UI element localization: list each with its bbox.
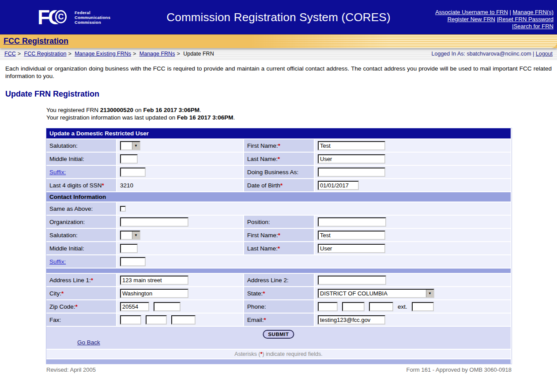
contact-middle-initial-label: Middle Initial: — [46, 242, 116, 254]
fcc-registration-link[interactable]: FCC Registration — [4, 37, 68, 46]
address2-label: Address Line 2: — [244, 274, 314, 286]
contact-middle-initial-input[interactable] — [120, 244, 138, 253]
suffix-input[interactable] — [120, 168, 146, 177]
phone-label: Phone: — [244, 300, 314, 313]
same-as-above-checkbox[interactable] — [120, 206, 126, 212]
fax-prefix-input[interactable] — [146, 315, 167, 325]
footer-form-approval-text: Form 161 - Approved by OMB 3060-0918 — [406, 366, 512, 373]
zip-input[interactable] — [120, 302, 149, 311]
footer-revised-text: Revised: April 2005 — [46, 366, 96, 373]
state-label: State:* — [244, 287, 314, 299]
frn-number: 2130000520 — [100, 107, 133, 113]
logged-in-text: Logged In As: sbatchvarova@nciinc.com — [432, 51, 531, 57]
email-input[interactable] — [318, 315, 385, 325]
organization-input[interactable] — [120, 217, 188, 227]
section-separator — [46, 269, 511, 273]
breadcrumb-bar: FCC> FCC Registration> Manage Existing F… — [0, 48, 557, 60]
last-updated-date: Feb 16 2017 3:06PM — [177, 114, 233, 121]
contact-salutation-label: Salutation: — [46, 229, 116, 241]
suffix-link[interactable]: Suffix: — [49, 169, 66, 175]
contact-suffix-link[interactable]: Suffix: — [49, 258, 66, 265]
dob-input[interactable] — [318, 181, 359, 190]
registration-info: You registered FRN 2130000520 on Feb 16 … — [46, 107, 557, 121]
email-label: Email:* — [244, 314, 314, 326]
page-title: Update FRN Registration — [5, 90, 557, 99]
contact-suffix-input[interactable] — [120, 257, 146, 266]
middle-initial-label: Middle Initial: — [46, 153, 116, 165]
manage-frns-link[interactable]: Manage FRN(s) — [513, 9, 553, 15]
search-for-frn-link[interactable]: Search for FRN — [514, 23, 553, 30]
intro-paragraph: Each individual or organization doing bu… — [5, 65, 552, 80]
dropdown-arrow-icon: ▼ — [132, 231, 139, 239]
reset-frn-password-link[interactable]: Reset FRN Password — [498, 16, 553, 22]
gold-banner-stripes — [251, 35, 557, 48]
ssn-value: 3210 — [117, 179, 243, 191]
city-label: City:* — [46, 287, 116, 299]
same-as-above-label: Same as Above: — [46, 202, 116, 215]
dropdown-arrow-icon: ▼ — [132, 142, 139, 149]
phone-ext-label: ext. — [398, 303, 407, 310]
phone-prefix-input[interactable] — [342, 302, 365, 311]
address1-input[interactable] — [120, 276, 188, 285]
logged-in-status: Logged In As: sbatchvarova@nciinc.com | … — [432, 51, 553, 57]
first-name-input[interactable] — [318, 141, 385, 150]
contact-suffix-label: Suffix: — [46, 255, 116, 268]
fax-area-input[interactable] — [120, 315, 141, 325]
register-new-frn-link[interactable]: Register New FRN — [448, 16, 495, 22]
dba-label: Doing Business As: — [244, 166, 314, 178]
ssn-label: Last 4 digits of SSN* — [46, 179, 116, 191]
breadcrumb-manage-existing-frns[interactable]: Manage Existing FRNs — [75, 51, 131, 57]
registered-date: Feb 16 2017 3:06PM — [143, 107, 199, 113]
header-links: Associate Username to FRN | Manage FRN(s… — [435, 9, 553, 30]
phone-line-input[interactable] — [369, 302, 393, 311]
phone-ext-input[interactable] — [412, 302, 434, 311]
table-bottom-bar — [46, 359, 511, 364]
last-name-input[interactable] — [318, 154, 385, 164]
contact-last-name-input[interactable] — [318, 244, 385, 253]
position-label: Position: — [244, 216, 314, 228]
required-fields-note: Asterisks (*) indicate required fields. — [46, 350, 511, 358]
submit-button[interactable]: SUBMIT — [263, 330, 294, 339]
gold-banner: FCC Registration — [0, 34, 557, 48]
contact-last-name-label: Last Name:* — [244, 242, 314, 254]
form-actions-row: SUBMIT Go Back — [46, 327, 511, 349]
update-frn-form: Update a Domestic Restricted User Saluta… — [46, 128, 512, 364]
salutation-label: Salutation: — [46, 139, 116, 152]
logout-link[interactable]: Logout — [536, 51, 553, 57]
go-back-link[interactable]: Go Back — [77, 339, 100, 346]
fax-label: Fax: — [46, 314, 116, 326]
contact-salutation-select[interactable]: ▼ — [120, 231, 140, 240]
zip-plus4-input[interactable] — [154, 302, 181, 311]
last-name-label: Last Name:* — [244, 153, 314, 165]
contact-first-name-input[interactable] — [318, 231, 385, 240]
associate-username-link[interactable]: Associate Username to FRN — [435, 9, 508, 15]
contact-first-name-label: First Name:* — [244, 229, 314, 241]
breadcrumb-fcc[interactable]: FCC — [4, 51, 16, 57]
registration-info-line2: Your registration information was last u… — [46, 114, 557, 122]
section-header-domestic-user: Update a Domestic Restricted User — [46, 128, 511, 138]
fax-line-input[interactable] — [171, 315, 196, 325]
dba-input[interactable] — [318, 168, 385, 177]
phone-area-input[interactable] — [318, 302, 338, 311]
middle-initial-input[interactable] — [120, 154, 138, 164]
breadcrumb-fcc-registration[interactable]: FCC Registration — [24, 51, 67, 57]
first-name-label: First Name:* — [244, 139, 314, 152]
section-header-contact-information: Contact Information — [46, 192, 511, 202]
salutation-select[interactable]: ▼ — [120, 141, 140, 150]
organization-label: Organization: — [46, 216, 116, 228]
suffix-label: Suffix: — [46, 166, 116, 178]
registration-info-line1: You registered FRN 2130000520 on Feb 16 … — [46, 107, 557, 114]
position-input[interactable] — [318, 217, 386, 227]
breadcrumb-manage-frns[interactable]: Manage FRNs — [139, 51, 175, 57]
address2-input[interactable] — [318, 276, 386, 285]
state-select[interactable]: DISTRICT OF COLUMBIA▼ — [318, 289, 434, 298]
dob-label: Date of Birth* — [244, 179, 314, 191]
city-input[interactable] — [120, 289, 188, 298]
breadcrumb: FCC> FCC Registration> Manage Existing F… — [4, 51, 214, 57]
dropdown-arrow-icon: ▼ — [426, 290, 433, 297]
address1-label: Address Line 1:* — [46, 274, 116, 286]
breadcrumb-current: Update FRN — [183, 51, 214, 57]
page-footer: Revised: April 2005 Form 161 - Approved … — [46, 366, 512, 373]
zip-label: Zip Code: * — [46, 300, 116, 313]
top-header-bar: FC C Federal Communications Commission C… — [0, 0, 557, 34]
